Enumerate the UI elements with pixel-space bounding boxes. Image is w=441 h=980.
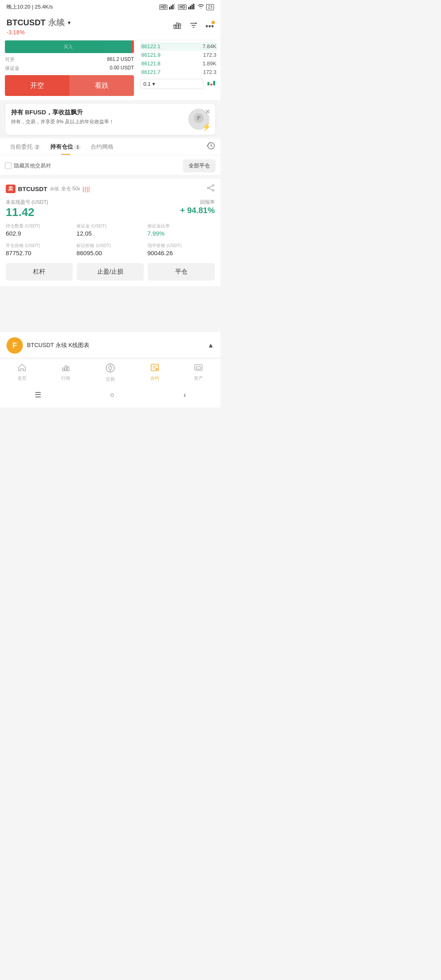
svg-point-23 <box>207 187 209 189</box>
tp-sl-button[interactable]: 止盈/止损 <box>77 263 144 281</box>
float-arrow-icon: ▲ <box>207 342 214 349</box>
tab-grid[interactable]: 合约网格 <box>86 138 118 155</box>
margin-stat-value: 12.05 <box>76 230 144 237</box>
ob-qty-4: 172.3 <box>203 69 216 75</box>
liq-price-cell: 强平价格 (USDT) 90046.26 <box>147 243 215 256</box>
hide-checkbox-input[interactable] <box>5 163 11 169</box>
menu-button[interactable]: ☰ <box>27 389 49 401</box>
qty-value: 602.9 <box>6 230 73 237</box>
svg-rect-5 <box>190 6 191 9</box>
banner-text: 持有 BFUSD，享收益飘升 持有，交易，并享受 8% 及以上的年化收益率！ <box>11 109 114 125</box>
rate-col: 回报率 + 94.81% <box>180 199 215 215</box>
trade-icon <box>105 363 115 375</box>
signal-icon <box>169 4 176 10</box>
status-icons: HD HD 23 <box>159 4 214 10</box>
banner-content: 持有 BFUSD，享收益飘升 持有，交易，并享受 8% 及以上的年化收益率！ <box>11 109 114 125</box>
nav-market[interactable]: 行情 <box>57 362 74 383</box>
nav-assets[interactable]: 资产 <box>190 362 207 383</box>
close-all-button[interactable]: 全部平仓 <box>183 159 216 172</box>
ob-controls: 0.1 ▾ <box>140 78 217 89</box>
ob-price-3: 86121.8 <box>141 60 160 67</box>
mark-price-cell: 标记价格 (USDT) 86095.00 <box>76 243 144 256</box>
margin-label: 保证金 <box>5 65 20 72</box>
bars-icon: |||| <box>82 186 90 192</box>
svg-rect-18 <box>213 81 215 85</box>
back-button[interactable]: ‹ <box>175 389 194 401</box>
svg-rect-7 <box>193 4 194 9</box>
ob-qty-3: 1.89K <box>203 60 216 67</box>
chart-settings-icon[interactable] <box>173 21 182 32</box>
svg-rect-39 <box>196 367 200 369</box>
mark-price-value: 86095.00 <box>76 249 144 256</box>
bottom-float-panel: F BTCUSDT 永续 K线图表 ▲ <box>0 331 220 358</box>
nav-contract-label: 合约 <box>150 375 159 381</box>
liq-price-label: 强平价格 (USDT) <box>147 243 215 249</box>
bottom-float-row[interactable]: F BTCUSDT 永续 K线图表 ▲ <box>7 337 214 354</box>
available-value: 861.2 USDT <box>107 56 134 63</box>
header-title[interactable]: BTCUSDT 永续 ▼ <box>7 17 71 28</box>
ob-qty-1: 7.84K <box>203 43 216 49</box>
svg-rect-2 <box>172 4 174 9</box>
svg-rect-28 <box>65 366 67 371</box>
order-book: 86122.1 7.84K 86121.9 172.3 86121.8 1.89… <box>139 40 220 96</box>
nav-trade[interactable]: 交易 <box>101 362 119 383</box>
pair-name: BTCUSDT <box>7 18 46 27</box>
liq-price-value: 90046.26 <box>147 249 215 256</box>
banner-title: 持有 BFUSD，享收益飘升 <box>11 109 114 116</box>
svg-line-25 <box>209 186 212 187</box>
svg-rect-16 <box>207 82 209 85</box>
hide-pairs-toggle[interactable]: 隐藏其他交易对 <box>5 162 51 169</box>
history-icon[interactable] <box>207 141 216 152</box>
rate-value: + 94.81% <box>180 206 215 215</box>
position-card: 卖 BTCUSDT 永续 全仓 50x |||| 未实现盈亏 (USDT) 11… <box>0 179 220 286</box>
ob-chart-icon[interactable] <box>206 78 217 89</box>
svg-point-31 <box>109 366 112 370</box>
ob-qty-select[interactable]: 0.1 ▾ <box>140 79 203 89</box>
home-button[interactable]: ○ <box>102 389 123 401</box>
svg-rect-29 <box>67 367 69 371</box>
open-short-button[interactable]: 开空 <box>5 75 69 96</box>
position-actions: 杠杆 止盈/止损 平仓 <box>6 263 215 281</box>
nav-contract[interactable]: 合约 <box>146 362 163 383</box>
pnl-label: 未实现盈亏 (USDT) <box>6 199 48 206</box>
header-left: BTCUSDT 永续 ▼ -3.18% <box>7 17 71 36</box>
svg-rect-37 <box>156 368 158 370</box>
dropdown-icon[interactable]: ▼ <box>67 20 72 26</box>
bearish-button[interactable]: 看跌 <box>69 75 134 96</box>
position-header-left: 卖 BTCUSDT 永续 全仓 50x |||| <box>6 185 90 193</box>
svg-rect-4 <box>188 7 189 9</box>
rate-label: 回报率 <box>180 199 215 206</box>
stats-grid: 持仓数量 (USDT) 602.9 保证金 (USDT) 12.05 保证金比率… <box>6 223 215 256</box>
hide-pairs-label: 隐藏其他交易对 <box>14 162 51 169</box>
contract-icon <box>150 363 159 374</box>
system-nav: ☰ ○ ‹ <box>0 385 220 408</box>
ob-price-4: 86121.7 <box>141 69 160 75</box>
tab-positions[interactable]: 持有仓位1 <box>45 138 86 155</box>
buy-tab[interactable]: 买入 <box>5 40 131 53</box>
filter-icon[interactable] <box>189 21 198 32</box>
header-icons: ••• <box>173 21 214 32</box>
ob-row-4: 86121.7 172.3 <box>140 68 217 76</box>
share-icon[interactable] <box>207 184 215 194</box>
tabs-row: 当前委托2 持有仓位1 合约网格 <box>0 138 220 155</box>
qty-cell: 持仓数量 (USDT) 602.9 <box>6 223 73 237</box>
tab-current-orders[interactable]: 当前委托2 <box>5 138 45 155</box>
nav-home[interactable]: 首页 <box>13 362 31 383</box>
banner-close-button[interactable]: ✕ <box>205 108 210 116</box>
qty-label: 持仓数量 (USDT) <box>6 223 73 229</box>
svg-rect-10 <box>179 24 180 29</box>
margin-ratio-label: 保证金比率 <box>147 223 215 229</box>
svg-rect-6 <box>192 4 193 9</box>
ob-price-2: 86121.9 <box>141 52 160 58</box>
available-label: 可开 <box>5 56 15 63</box>
open-price-cell: 开仓价格 (USDT) 87752.70 <box>6 243 73 256</box>
svg-rect-17 <box>210 84 212 85</box>
float-logo-icon: F <box>7 337 23 354</box>
sell-indicator <box>131 40 134 53</box>
leverage-button[interactable]: 杠杆 <box>6 263 73 281</box>
open-price-value: 87752.70 <box>6 249 73 256</box>
float-left: F BTCUSDT 永续 K线图表 <box>7 337 89 354</box>
position-type: 永续 <box>50 186 59 192</box>
close-position-button[interactable]: 平仓 <box>148 263 215 281</box>
svg-rect-1 <box>171 6 172 9</box>
